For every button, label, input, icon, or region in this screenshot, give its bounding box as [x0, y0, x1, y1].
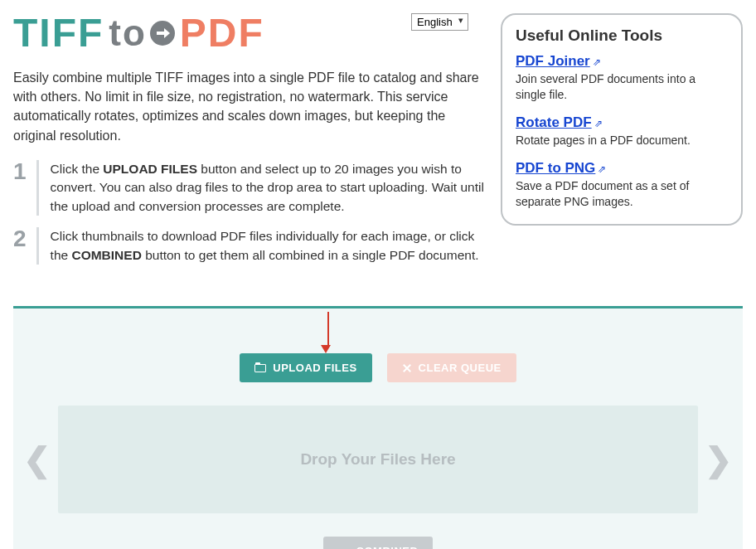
clear-button-label: CLEAR QUEUE — [419, 362, 502, 374]
logo-to-text: to — [109, 15, 147, 51]
step-text: Click the UPLOAD FILES button and select… — [51, 160, 484, 216]
combined-button[interactable]: COMBINED — [323, 537, 434, 549]
intro-text: Easily combine multiple TIFF images into… — [13, 68, 484, 145]
language-select[interactable]: English — [411, 13, 468, 31]
logo-tiff: TIFF — [13, 13, 104, 53]
upload-button-label: UPLOAD FILES — [273, 362, 356, 374]
arrow-circle-icon — [150, 21, 175, 46]
sidebar-useful-tools: Useful Online Tools PDF Joiner⇗ Join sev… — [501, 13, 743, 226]
upload-area: UPLOAD FILES CLEAR QUEUE ❮ Drop Your Fil… — [13, 306, 743, 549]
external-link-icon: ⇗ — [593, 56, 601, 68]
logo-pdf: PDF — [180, 13, 264, 53]
language-selector[interactable]: English — [411, 13, 468, 31]
step-number: 1 — [13, 160, 39, 216]
tool-desc: Rotate pages in a PDF document. — [516, 133, 728, 148]
steps-list: 1 Click the UPLOAD FILES button and sele… — [13, 160, 484, 265]
external-link-icon: ⇗ — [598, 163, 606, 175]
drop-zone-text: Drop Your Files Here — [300, 450, 455, 469]
prev-arrow[interactable]: ❮ — [22, 443, 53, 476]
step-text: Click thumbnails to download PDF files i… — [51, 227, 484, 265]
tool-link-pdf-to-png[interactable]: PDF to PNG — [516, 160, 595, 176]
folder-icon — [254, 364, 266, 372]
upload-files-button[interactable]: UPLOAD FILES — [240, 353, 371, 382]
next-arrow[interactable]: ❯ — [703, 443, 734, 476]
tool-pdf-joiner: PDF Joiner⇗ Join several PDF documents i… — [516, 53, 728, 103]
red-arrow-annotation — [325, 312, 331, 353]
tool-pdf-to-png: PDF to PNG⇗ Save a PDF document as a set… — [516, 160, 728, 210]
tool-desc: Save a PDF document as a set of separate… — [516, 178, 728, 210]
step-1: 1 Click the UPLOAD FILES button and sele… — [13, 160, 484, 216]
external-link-icon: ⇗ — [594, 118, 603, 129]
sidebar-title: Useful Online Tools — [516, 27, 728, 45]
step-number: 2 — [13, 227, 39, 265]
tool-link-rotate-pdf[interactable]: Rotate PDF — [516, 114, 592, 130]
logo-to: to — [109, 15, 175, 51]
tool-desc: Join several PDF documents into a single… — [516, 71, 728, 103]
step-2: 2 Click thumbnails to download PDF files… — [13, 227, 484, 265]
tool-rotate-pdf: Rotate PDF⇗ Rotate pages in a PDF docume… — [516, 114, 728, 148]
drop-zone[interactable]: Drop Your Files Here — [58, 406, 698, 513]
tool-link-pdf-joiner[interactable]: PDF Joiner — [516, 53, 590, 69]
clear-queue-button[interactable]: CLEAR QUEUE — [387, 353, 516, 382]
combined-button-label: COMBINED — [356, 545, 419, 549]
close-icon — [402, 363, 412, 373]
